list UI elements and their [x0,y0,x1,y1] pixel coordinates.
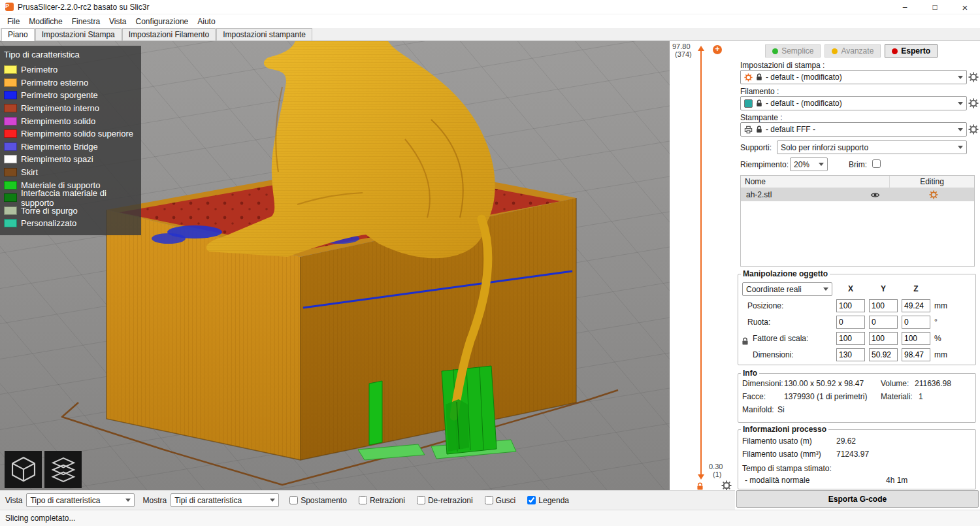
legend-item-label: Personalizzato [21,218,76,228]
menu-configurazione[interactable]: Configurazione [131,16,193,27]
object-row[interactable]: ah-2.stl [741,188,974,201]
info-panel: Info Dimensioni: 130.00 x 50.92 x 98.47 … [738,373,976,423]
checkbox-legenda[interactable]: Legenda [527,496,569,505]
object-settings-icon[interactable] [929,190,938,199]
mode-dot-red [892,48,898,54]
chevron-down-icon [823,288,828,291]
chevron-down-icon [125,499,131,502]
supports-dropdown[interactable]: Solo per rinforzi supporto [777,140,967,154]
window-title: PrusaSlicer-2.2.0-rc2 basato su Slic3r [18,3,149,12]
position-z-input[interactable] [902,299,930,312]
tab-impostazioni-stampante[interactable]: Impostazioni stampante [216,28,312,41]
legend-color-swatch [4,155,17,163]
rotate-z-input[interactable] [902,316,930,329]
menu-file[interactable]: File [3,16,24,27]
legend-color-swatch [4,193,17,202]
legend-item: Riempimento solido superiore [4,127,141,140]
size-y-input[interactable] [869,348,898,361]
preview-view-button[interactable] [44,451,82,488]
menu-finestra[interactable]: Finestra [67,16,105,27]
mostra-dropdown[interactable]: Tipi di caratteristica [171,493,279,507]
mode-selector: Semplice Avanzate Esperto [765,44,938,58]
position-x-input[interactable] [836,299,865,312]
maximize-button[interactable]: □ [920,0,950,14]
position-y-input[interactable] [869,299,898,312]
vista-dropdown[interactable]: Tipo di caratteristica [26,493,135,507]
legend-color-swatch [4,142,17,151]
scale-y-input[interactable] [869,332,898,345]
checkbox-de-retrazioni[interactable]: De-retrazioni [417,496,473,505]
view-mode-buttons [5,451,82,488]
axis-x-label: X [836,284,865,293]
tab-piano[interactable]: Piano [1,28,35,41]
slider-bottom-arrow-icon[interactable] [698,474,704,480]
scale-z-input[interactable] [902,332,930,345]
eye-icon[interactable] [870,190,880,200]
legend-item-label: Riempimento interno [21,103,99,113]
retrazioni-checkbox[interactable] [359,496,367,504]
object-name: ah-2.stl [741,190,772,199]
coordinates-mode-dropdown[interactable]: Coordinate reali [742,282,832,296]
size-x-input[interactable] [836,348,865,361]
close-button[interactable]: × [950,0,980,14]
editor-view-button[interactable] [5,451,42,488]
filament-combo[interactable]: - default - (modificato) [740,96,967,110]
add-color-change-button[interactable]: + [713,45,722,54]
checkbox-retrazioni[interactable]: Retrazioni [359,496,405,505]
mode-label: Semplice [781,46,813,56]
legend-title: Tipo di caratteristica [4,50,141,59]
column-header-nome: Nome [741,176,890,188]
filament-used-mm3-value: 71243.97 [836,450,869,459]
tab-impostazioni-stampa[interactable]: Impostazioni Stampa [35,28,122,41]
slider-top-arrow-icon[interactable] [698,46,704,51]
uniform-scale-lock-icon[interactable] [741,337,749,346]
preview-bottom-toolbar: Vista Tipo di caratteristica Mostra Tipi… [0,490,735,510]
checkbox-spostamento[interactable]: Spostamento [289,496,347,505]
size-z-input[interactable] [902,348,930,361]
checkbox-gusci[interactable]: Gusci [485,496,516,505]
edit-printer-gear-button[interactable] [968,124,979,135]
print-settings-value: - default - (modificato) [766,73,953,82]
legenda-checkbox[interactable] [527,496,536,504]
rotate-unit: ° [934,318,938,327]
edit-print-settings-gear-button[interactable] [968,72,979,82]
rotate-label: Ruota: [747,318,770,327]
legend-item-label: Perimetro [21,65,57,74]
slider-max-layer: (374) [675,50,692,58]
menu-vista[interactable]: Vista [105,16,131,27]
preset-lock-icon [755,125,763,133]
scale-x-input[interactable] [836,332,865,345]
rotate-x-input[interactable] [836,316,865,329]
printer-combo[interactable]: - default FFF - [740,122,967,137]
coordinates-mode-value: Coordinate reali [746,285,818,294]
gusci-checkbox[interactable] [485,496,493,504]
de-retrazioni-checkbox[interactable] [417,496,425,504]
minimize-button[interactable]: – [890,0,920,14]
info-facce-value: 1379930 (1 di perimetri) [784,392,867,401]
legend-item: Perimetro esterno [4,76,141,90]
brim-checkbox[interactable] [872,159,881,168]
mode-button-semplice[interactable]: Semplice [765,44,821,58]
mode-button-avanzate[interactable]: Avanzate [825,44,881,58]
menu-modifiche[interactable]: Modifiche [24,16,67,27]
legend-item: Perimetro [4,63,141,76]
filament-color-swatch [744,99,753,108]
infill-dropdown[interactable]: 20% [790,157,828,171]
legend-color-swatch [4,181,17,189]
legend-item: Interfaccia materiale di supporto [4,191,141,205]
spostamento-checkbox[interactable] [289,496,298,504]
edit-filament-gear-button[interactable] [968,98,979,108]
layer-slider-track[interactable] [700,51,702,474]
rotate-y-input[interactable] [869,316,898,329]
chevron-down-icon [958,128,963,131]
print-settings-combo[interactable]: - default - (modificato) [740,70,967,84]
export-gcode-button[interactable]: Esporta G-code [736,490,979,508]
mode-button-esperto[interactable]: Esperto [885,44,938,58]
status-text: Slicing completato... [5,514,75,523]
tab-impostazioni-filamento[interactable]: Impostazioni Filamento [122,28,216,41]
legend-item: Riempimento spazi [4,153,141,166]
slider-options-gear-icon[interactable] [721,480,732,491]
menu-aiuto[interactable]: Aiuto [193,16,220,27]
legend-color-swatch [4,168,17,176]
legend-color-swatch [4,91,17,99]
